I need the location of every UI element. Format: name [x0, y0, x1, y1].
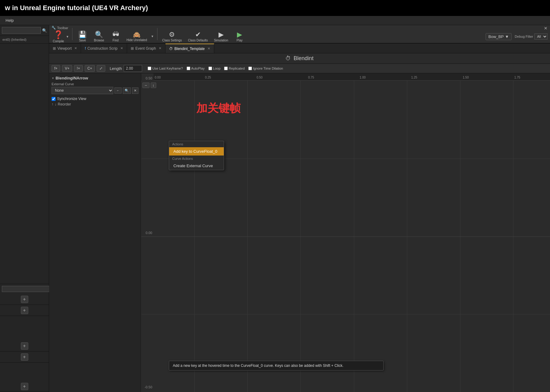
curve-btn-excl[interactable]: !+ [74, 65, 83, 72]
sidebar-bottom-search: 👁 ▼ [0, 284, 49, 294]
cb-autoplay-input[interactable] [187, 67, 190, 70]
hide-unrelated-button[interactable]: 🙈 Hide Unrelated [125, 30, 149, 43]
sync-view-label: Synchronize View [57, 97, 86, 101]
tab-eventgraph[interactable]: ⊞ Event Graph ✕ [127, 44, 165, 53]
curve-btn-fit[interactable]: ⤢ [97, 65, 105, 72]
cb-lastkeyframe[interactable]: Use Last Keyframe? [148, 67, 183, 70]
cb-replicated[interactable]: Replicated [224, 67, 245, 70]
add-button-2[interactable]: + [21, 307, 28, 314]
cb-autoplay[interactable]: AutoPlay [187, 67, 205, 70]
cb-ignoretimedilation[interactable]: Ignore Time Dilation [248, 67, 283, 70]
separator-2 [157, 28, 157, 40]
toolbar-title: 🔧 Toolbar [52, 26, 68, 30]
sidebar-add-row-1[interactable]: + [0, 294, 49, 305]
context-menu-item-addkey[interactable]: Add key to CurveFloat_0 [169, 147, 224, 156]
left-sidebar: 🔍 ent0) (Inherited) 👁 ▼ + + + + [0, 25, 49, 392]
class-settings-icon: ⚙ [169, 31, 175, 39]
curve-editor: BlendingINArrow External Curve None ← 🔍 … [49, 73, 550, 392]
curve-btn-v[interactable]: V+ [62, 65, 72, 72]
sync-view-checkbox[interactable] [52, 97, 56, 101]
tooltip-box: Add a new key at the hovered time to the… [169, 361, 384, 371]
fit-buttons: ↔ ↕ [142, 83, 156, 88]
sidebar-add-row-4[interactable]: + [0, 352, 49, 363]
blend-clock-icon: ⏱ [285, 55, 291, 62]
sync-view-row: Synchronize View [52, 97, 138, 101]
simulation-label: Simulation [214, 39, 228, 42]
eventgraph-tab-close[interactable]: ✕ [159, 46, 161, 50]
browse-label: Browse [94, 39, 104, 42]
video-title-bar: w in Unreal Engine tutorial (UE4 VR Arch… [0, 0, 550, 16]
cb-lastkeyframe-input[interactable] [148, 67, 151, 70]
curve-select-clear[interactable]: ✕ [132, 87, 138, 94]
cb-loop[interactable]: Loop [208, 67, 220, 70]
search-icon: 🔍 [42, 28, 47, 33]
context-section-2: Curve Actions [169, 156, 224, 162]
add-button-1[interactable]: + [21, 296, 28, 303]
compile-dropdown-button[interactable]: ▼ [65, 29, 70, 44]
bow-bp-dropdown[interactable]: Bow_BP ▼ [486, 33, 512, 40]
construction-tab-close[interactable]: ✕ [120, 46, 123, 50]
curve-main[interactable]: 0.50 0.00 -0.50 0.00 0.25 0.50 0.75 1.00… [141, 73, 550, 392]
reorder-up-icon[interactable]: ↑ [52, 102, 53, 106]
fit-horizontal-button[interactable]: ↔ [142, 83, 149, 88]
debug-filter-label: Debug Filter [515, 35, 533, 38]
save-label: Save [79, 39, 86, 42]
sidebar-search-input[interactable] [2, 27, 41, 34]
video-title: w in Unreal Engine tutorial (UE4 VR Arch… [5, 4, 148, 12]
x-ruler: 0.00 0.25 0.50 0.75 1.00 1.25 1.50 1.75 [153, 73, 550, 81]
add-button-3[interactable]: + [21, 342, 28, 350]
curve-select-prev[interactable]: ← [114, 87, 122, 94]
viewport-tab-label: Viewport [57, 46, 72, 51]
sidebar-add-section: + + + + + [0, 294, 49, 392]
grid-hline-mid [141, 236, 550, 237]
content-area: 🔧 Toolbar ✕ ❓ Compile ▼ 💾 Save 🔍 [49, 25, 550, 392]
debug-filter-select[interactable]: All [534, 33, 548, 40]
hide-unrelated-dropdown[interactable]: ▼ [150, 34, 155, 39]
separator-1 [72, 28, 72, 40]
viewport-tab-close[interactable]: ✕ [74, 46, 77, 50]
play-button[interactable]: ▶ Play [232, 29, 247, 43]
tab-viewport[interactable]: ⊞ Viewport ✕ [49, 44, 81, 53]
y-axis: 0.50 0.00 -0.50 [141, 73, 153, 392]
class-settings-button[interactable]: ⚙ Class Settings [160, 29, 184, 43]
add-button-4[interactable]: + [21, 353, 28, 361]
curve-btn-c[interactable]: C+ [85, 65, 95, 72]
class-defaults-button[interactable]: ✔ Class Defaults [185, 29, 210, 43]
simulation-button[interactable]: ▶ Simulation [211, 29, 231, 43]
fit-vertical-button[interactable]: ↕ [151, 83, 156, 88]
curve-select[interactable]: None [52, 87, 113, 94]
hide-unrelated-label: Hide Unrelated [126, 38, 147, 42]
find-button[interactable]: 🕶 Find [108, 29, 123, 43]
curve-select-search[interactable]: 🔍 [123, 87, 131, 94]
toolbar-close-button[interactable]: ✕ [544, 26, 548, 31]
ruler-7: 1.75 [514, 76, 520, 79]
sidebar-add-row-3[interactable]: + [0, 340, 49, 352]
sidebar-add-row-2[interactable]: + [0, 305, 49, 316]
tab-construction[interactable]: f Construction Scrip ✕ [81, 44, 127, 53]
y-label-mid: 0.00 [141, 231, 153, 235]
curve-left-panel: BlendingINArrow External Curve None ← 🔍 … [49, 73, 141, 392]
cb-ignoretimedilation-input[interactable] [248, 67, 252, 70]
length-group: Length [110, 65, 142, 72]
add-button-5[interactable]: + [21, 383, 28, 390]
menu-item-help[interactable]: Help [2, 17, 17, 23]
cb-replicated-input[interactable] [224, 67, 228, 70]
length-input[interactable] [124, 65, 142, 72]
cb-loop-input[interactable] [208, 67, 212, 70]
browse-button[interactable]: 🔍 Browse [91, 29, 107, 43]
compile-button[interactable]: ❓ Compile [52, 29, 65, 44]
ruler-6: 1.50 [463, 76, 469, 79]
context-menu-item-createcurve[interactable]: Create External Curve [169, 162, 224, 170]
sidebar-add-row-5[interactable]: + [0, 381, 49, 392]
reorder-down-icon[interactable]: ↓ [55, 102, 56, 106]
curve-btn-f[interactable]: f+ [52, 65, 60, 72]
reorder-label: Reorder [58, 102, 71, 106]
toolbar-wrench-icon: 🔧 [52, 26, 56, 30]
ruler-5: 1.25 [411, 76, 417, 79]
bow-bp-label: Bow_BP [488, 34, 504, 39]
tab-blendint[interactable]: ⏱ Blendint_Template ✕ [165, 44, 214, 53]
save-button[interactable]: 💾 Save [75, 29, 90, 43]
sidebar-bottom-search-input[interactable] [2, 286, 51, 292]
compile-label: Compile [53, 40, 64, 43]
blendint-tab-close[interactable]: ✕ [207, 47, 210, 51]
